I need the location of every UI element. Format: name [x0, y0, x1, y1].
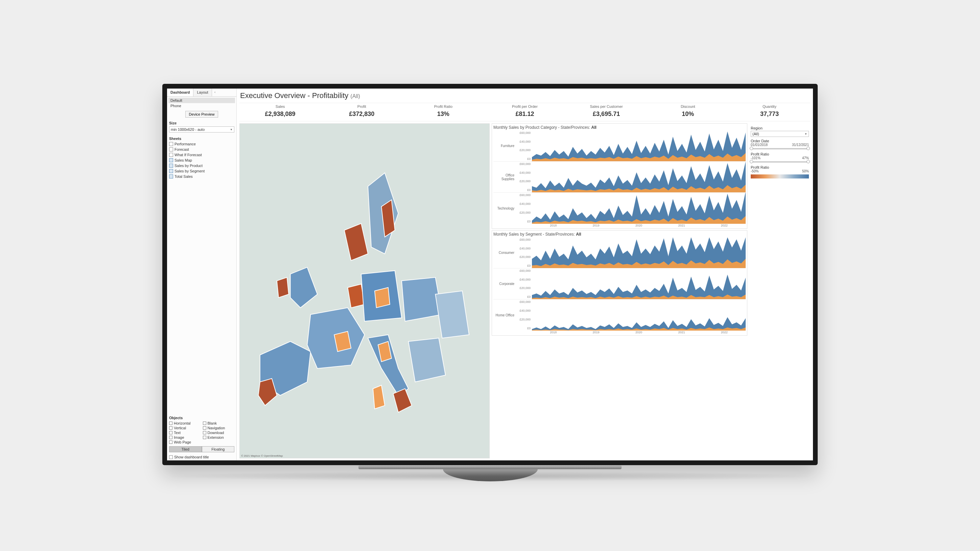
- object-label: Web Page: [174, 440, 191, 444]
- kpi-value: 37,773: [729, 108, 810, 118]
- area-chart[interactable]: [532, 237, 746, 268]
- kpi-label: Profit Ratio: [402, 105, 484, 108]
- sheet-label: Sales Map: [175, 158, 192, 162]
- chart-row-label: Technology: [493, 193, 516, 224]
- sheet-item[interactable]: What If Forecast: [169, 152, 235, 157]
- kpi-row: Sales£2,938,089Profit£372,830Profit Rati…: [239, 103, 810, 121]
- monitor-frame: Dashboard Layout ‹ Default Phone Device …: [162, 84, 818, 465]
- device-list: Default Phone: [167, 97, 236, 110]
- object-item[interactable]: Extension: [203, 435, 235, 440]
- segment-charts: Monthly Sales by Segment - State/Provinc…: [492, 230, 747, 336]
- device-default[interactable]: Default: [169, 98, 235, 103]
- x-axis: 20182019202020212022: [532, 224, 746, 227]
- y-axis: £60,000£40,000£20,000£0: [516, 237, 532, 268]
- object-item[interactable]: Horizontal: [169, 421, 201, 425]
- x-axis: 20182019202020212022: [532, 330, 746, 334]
- monitor-shadow: [162, 471, 818, 481]
- object-item[interactable]: Navigation: [203, 426, 235, 430]
- map-attribution: © 2021 Mapbox © OpenStreetMap: [241, 454, 283, 457]
- kpi-value: £3,695.71: [566, 108, 647, 118]
- sheet-item[interactable]: Forecast: [169, 147, 235, 152]
- kpi-label: Discount: [647, 105, 729, 108]
- kpi-value: £81.12: [484, 108, 565, 118]
- region-dropdown[interactable]: (All)▼: [751, 131, 809, 137]
- collapse-panel-button[interactable]: ‹: [212, 89, 218, 96]
- legend-max: 50%: [802, 169, 809, 173]
- sheet-item[interactable]: Sales Map: [169, 157, 235, 163]
- date-from: 01/01/2018: [751, 143, 768, 147]
- sheets-label: Sheets: [167, 135, 236, 141]
- slider-handle-right[interactable]: [807, 147, 810, 150]
- kpi-label: Quantity: [729, 105, 810, 108]
- sheet-label: Sales by Segment: [175, 169, 205, 173]
- charts-column: Monthly Sales by Product Category - Stat…: [492, 123, 747, 458]
- legend-label: Profit Ratio: [751, 165, 809, 169]
- object-label: Extension: [208, 435, 224, 440]
- color-legend: [751, 175, 809, 178]
- area-chart[interactable]: [532, 268, 746, 299]
- toggle-floating[interactable]: Floating: [202, 446, 235, 452]
- object-label: Navigation: [208, 426, 225, 430]
- date-slider[interactable]: [751, 148, 809, 149]
- date-to: 31/12/2021: [792, 143, 809, 147]
- object-icon: [169, 426, 172, 430]
- app-window: Dashboard Layout ‹ Default Phone Device …: [167, 89, 813, 460]
- slider-handle-left[interactable]: [750, 147, 753, 150]
- dashboard-side-panel: Dashboard Layout ‹ Default Phone Device …: [167, 89, 237, 460]
- object-item[interactable]: Vertical: [169, 426, 201, 430]
- y-axis: £60,000£40,000£20,000£0: [516, 162, 532, 192]
- sheet-item[interactable]: Performance: [169, 141, 235, 147]
- kpi-value: £372,830: [321, 108, 402, 118]
- object-icon: [203, 422, 206, 425]
- object-item[interactable]: Web Page: [169, 440, 201, 444]
- sheet-item[interactable]: Total Sales: [169, 174, 235, 179]
- sheet-item[interactable]: Sales by Product: [169, 163, 235, 168]
- toggle-tiled[interactable]: Tiled: [169, 446, 202, 452]
- title-suffix: (All): [350, 93, 360, 99]
- y-axis: £60,000£40,000£20,000£0: [516, 130, 532, 161]
- device-preview-button[interactable]: Device Preview: [185, 111, 218, 118]
- area-chart[interactable]: [532, 162, 746, 192]
- object-item[interactable]: Download: [203, 431, 235, 435]
- object-icon: [203, 426, 206, 430]
- tab-dashboard[interactable]: Dashboard: [167, 89, 193, 96]
- area-chart[interactable]: [532, 300, 746, 330]
- chart-row-label: Office Supplies: [493, 162, 516, 192]
- chart-row: Corporate£60,000£40,000£20,000£0: [493, 268, 746, 300]
- object-icon: [169, 440, 172, 444]
- kpi-card: Profit£372,830: [321, 103, 402, 121]
- size-value: min 1000x620 - auto: [171, 127, 205, 132]
- profit-ratio-slider[interactable]: [751, 161, 809, 163]
- y-axis: £60,000£40,000£20,000£0: [516, 300, 532, 330]
- slider-handle-left[interactable]: [750, 160, 753, 163]
- tab-layout[interactable]: Layout: [193, 89, 212, 96]
- sheet-icon: [169, 164, 173, 168]
- objects-list: HorizontalBlankVerticalNavigationTextDow…: [167, 421, 236, 445]
- region-label: Region: [751, 126, 809, 130]
- monitor-stand-bar: [358, 465, 622, 469]
- object-icon: [169, 431, 172, 434]
- dashboard-canvas: Executive Overview - Profitability (All)…: [237, 89, 813, 460]
- sheet-item[interactable]: Sales by Segment: [169, 168, 235, 174]
- device-phone[interactable]: Phone: [169, 103, 235, 108]
- y-axis: £60,000£40,000£20,000£0: [516, 193, 532, 224]
- object-label: Blank: [208, 421, 217, 425]
- object-item[interactable]: Image: [169, 435, 201, 440]
- product-charts-title: Monthly Sales by Product Category - Stat…: [493, 125, 746, 130]
- object-item[interactable]: Blank: [203, 421, 235, 425]
- show-title-checkbox[interactable]: Show dashboard title: [167, 454, 236, 460]
- objects-label: Objects: [167, 414, 236, 421]
- chart-row: Furniture£60,000£40,000£20,000£0: [493, 130, 746, 162]
- slider-handle-right[interactable]: [807, 160, 810, 163]
- size-dropdown[interactable]: min 1000x620 - auto ▼: [169, 126, 234, 132]
- object-item[interactable]: Text: [169, 431, 201, 435]
- chart-row-label: Home Office: [493, 300, 516, 330]
- sheet-list: PerformanceForecastWhat If ForecastSales…: [167, 141, 236, 179]
- area-chart[interactable]: [532, 193, 746, 224]
- kpi-card: Sales per Customer£3,695.71: [566, 103, 647, 121]
- sales-map[interactable]: © 2021 Mapbox © OpenStreetMap: [239, 123, 490, 458]
- kpi-value: 10%: [647, 108, 729, 118]
- area-chart[interactable]: [532, 130, 746, 161]
- kpi-label: Profit per Order: [484, 105, 565, 108]
- sheet-icon: [169, 148, 173, 151]
